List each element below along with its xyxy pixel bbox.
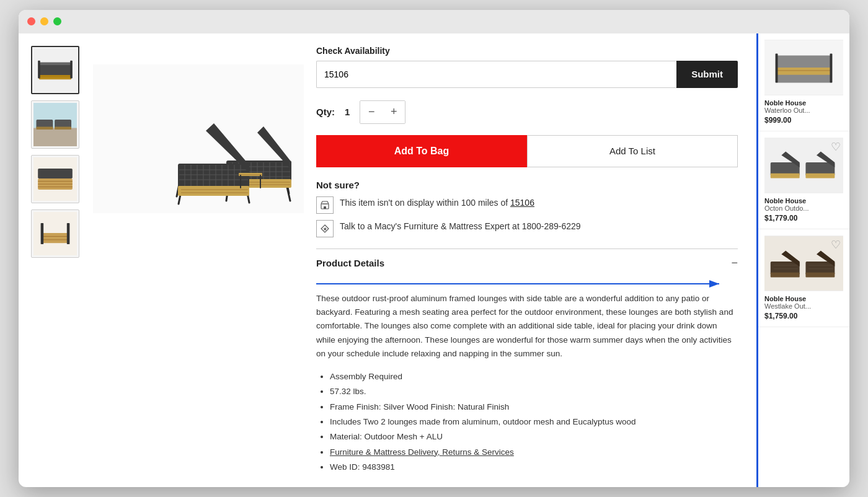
svg-rect-72 — [324, 206, 326, 209]
check-availability-label: Check Availability — [316, 46, 738, 56]
product-details-header[interactable]: Product Details − — [316, 257, 738, 270]
sidebar-name-1: Octon Outdo... — [764, 205, 843, 212]
svg-rect-24 — [67, 223, 69, 244]
product-details-panel: Check Availability Submit Qty: 1 − + A — [316, 46, 738, 475]
qty-decrease-button[interactable]: − — [360, 101, 383, 123]
wishlist-icon-1[interactable]: ♡ — [831, 140, 841, 154]
svg-rect-95 — [805, 272, 835, 277]
svg-rect-5 — [70, 61, 73, 79]
bullet-3: Includes Two 2 lounges made from aluminu… — [330, 415, 738, 429]
add-to-list-button[interactable]: Add To List — [527, 135, 738, 167]
svg-rect-82 — [776, 53, 778, 82]
svg-rect-50 — [178, 164, 249, 187]
svg-rect-7 — [33, 128, 77, 146]
svg-rect-3 — [39, 65, 71, 75]
svg-rect-12 — [55, 126, 71, 129]
zip-link[interactable]: 15106 — [510, 198, 534, 208]
main-image-container — [93, 46, 304, 475]
bullet-6: Web ID: 9483981 — [330, 460, 738, 475]
qty-increase-button[interactable]: + — [383, 101, 405, 123]
bullet-5[interactable]: Furniture & Mattress Delivery, Returns &… — [330, 445, 738, 460]
svg-rect-64 — [178, 186, 249, 196]
sidebar-item-1[interactable]: ♡ Noble House Octon Outdo... $1,779.00 — [758, 131, 849, 229]
svg-rect-23 — [41, 223, 43, 244]
sidebar-product-image-0 — [764, 40, 843, 95]
product-details-section: Product Details − These outdoor rust-pro… — [316, 248, 738, 475]
expert-info-row: ★ Talk to a Macy's Furniture & Mattress … — [316, 220, 738, 237]
zip-input[interactable] — [316, 61, 676, 88]
expert-info-text: Talk to a Macy's Furniture & Mattress Ex… — [340, 220, 581, 233]
bullet-2: Frame Finish: Silver Wood Finish: Natura… — [330, 400, 738, 415]
svg-rect-2 — [39, 75, 71, 79]
svg-rect-20 — [42, 233, 68, 243]
sidebar-brand-2: Noble House — [764, 295, 843, 302]
qty-value: 1 — [345, 107, 350, 117]
bullet-4: Material: Outdoor Mesh + ALU — [330, 429, 738, 444]
right-sidebar: Noble House Waterloo Out... $999.00 ♡ — [756, 33, 849, 487]
svg-rect-69 — [240, 175, 241, 188]
sidebar-brand-1: Noble House — [764, 197, 843, 205]
delivery-link[interactable]: Furniture & Mattress Delivery, Returns &… — [330, 447, 514, 457]
svg-rect-70 — [260, 175, 261, 188]
expert-icon: ★ — [316, 220, 334, 237]
svg-text:★: ★ — [323, 226, 327, 231]
bullet-1: 57.32 lbs. — [330, 384, 738, 399]
product-area: Check Availability Submit Qty: 1 − + A — [19, 33, 756, 487]
svg-rect-10 — [36, 126, 53, 129]
product-bullets: Assembly Required 57.32 lbs. Frame Finis… — [316, 369, 738, 475]
svg-rect-88 — [805, 173, 835, 178]
svg-rect-4 — [38, 61, 40, 79]
thumbnail-2[interactable] — [31, 100, 79, 149]
qty-row: Qty: 1 − + — [316, 100, 738, 124]
availability-row: Submit — [316, 61, 738, 88]
thumbnail-1[interactable] — [31, 46, 79, 94]
sidebar-price-0: $999.00 — [764, 116, 843, 125]
sidebar-item-0[interactable]: Noble House Waterloo Out... $999.00 — [758, 33, 849, 131]
sidebar-product-image-2: ♡ — [764, 235, 843, 291]
thumbnail-4[interactable] — [31, 209, 79, 258]
thumbnail-3[interactable] — [31, 155, 79, 203]
sidebar-name-0: Waterloo Out... — [764, 107, 843, 114]
qty-label: Qty: — [316, 107, 335, 117]
display-info-text: This item isn't on display within 100 mi… — [340, 196, 534, 209]
svg-rect-83 — [830, 53, 833, 82]
not-sure-title: Not sure? — [316, 180, 738, 190]
svg-rect-67 — [239, 173, 262, 176]
close-button[interactable] — [27, 17, 35, 25]
sidebar-brand-0: Noble House — [764, 99, 843, 107]
minimize-button[interactable] — [40, 17, 48, 25]
product-description: These outdoor rust-proof aluminum framed… — [316, 292, 738, 361]
thumbnail-list — [31, 46, 81, 475]
browser-content: Check Availability Submit Qty: 1 − + A — [19, 33, 849, 487]
svg-rect-80 — [777, 68, 831, 75]
sidebar-price-2: $1,759.00 — [764, 312, 843, 320]
display-info-row: This item isn't on display within 100 mi… — [316, 196, 738, 214]
sidebar-item-2[interactable]: ♡ Nob — [758, 229, 849, 327]
cta-row: Add To Bag Add To List — [316, 135, 738, 167]
sidebar-price-1: $1,779.00 — [764, 214, 843, 222]
svg-rect-91 — [771, 272, 800, 277]
main-product-image — [93, 64, 304, 213]
add-to-bag-button[interactable]: Add To Bag — [316, 135, 527, 167]
maximize-button[interactable] — [53, 17, 61, 25]
collapse-icon[interactable]: − — [731, 257, 738, 270]
store-icon — [316, 196, 334, 214]
wishlist-icon-2[interactable]: ♡ — [831, 238, 841, 252]
arrow-decoration — [316, 278, 725, 289]
svg-rect-86 — [771, 173, 800, 178]
qty-controls: − + — [360, 100, 405, 124]
svg-rect-18 — [38, 169, 73, 178]
sidebar-name-2: Westlake Out... — [764, 302, 843, 310]
sidebar-product-image-1: ♡ — [764, 138, 843, 193]
titlebar — [19, 10, 849, 33]
product-details-title: Product Details — [316, 258, 384, 268]
browser-window: Check Availability Submit Qty: 1 − + A — [19, 10, 849, 487]
submit-button[interactable]: Submit — [676, 61, 738, 88]
bullet-0: Assembly Required — [330, 369, 738, 384]
not-sure-section: Not sure? This item isn't on display w — [316, 180, 738, 237]
